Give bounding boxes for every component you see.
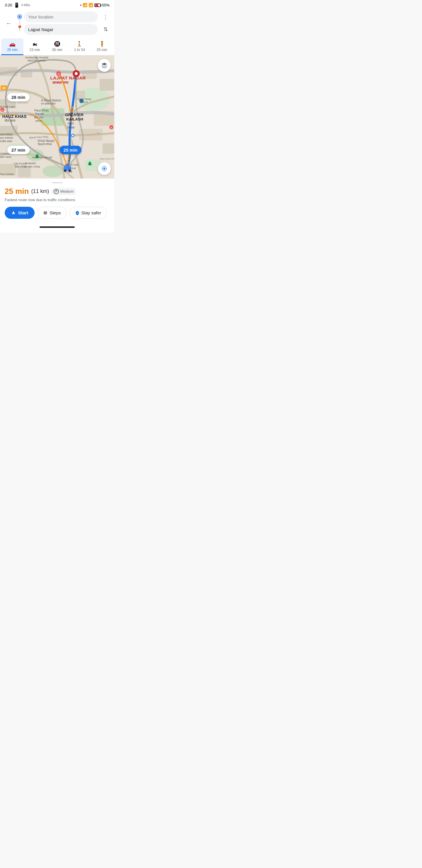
stay-safer-button[interactable]: Stay safer bbox=[69, 207, 107, 219]
navigation-icon bbox=[11, 211, 16, 215]
svg-point-24 bbox=[64, 169, 66, 172]
back-button[interactable]: ← bbox=[3, 18, 14, 28]
more-icon: ⋮ bbox=[103, 13, 108, 21]
connector-dots-icon bbox=[19, 19, 20, 24]
parking-badge: P Medium bbox=[51, 188, 76, 195]
time: 3:20 bbox=[5, 3, 12, 7]
tab-walk[interactable]: 🚶 1 hr 54 bbox=[68, 38, 91, 55]
bottom-nav bbox=[0, 223, 114, 232]
map-container[interactable]: H H H 🛒 🌲 🌲 48 Basant Kaur Marg Alaknand… bbox=[0, 55, 114, 179]
tab-rideshare[interactable]: 🧍 25 min bbox=[91, 38, 113, 55]
route-summary: 25 min (11 km) P Medium bbox=[5, 187, 109, 196]
svg-text:🌲: 🌲 bbox=[35, 154, 40, 159]
home-indicator bbox=[39, 226, 75, 228]
battery-icon bbox=[94, 3, 101, 7]
more-options-button[interactable]: ⋮ bbox=[100, 12, 111, 22]
destination-pin-icon: 📍 bbox=[17, 25, 23, 31]
route-duration: 25 min bbox=[5, 187, 29, 196]
route-badge-28min[interactable]: 28 min bbox=[7, 93, 30, 101]
stay-safer-label: Stay safer bbox=[82, 210, 101, 215]
walk-icon: 🚶 bbox=[76, 41, 83, 47]
swap-routes-button[interactable]: ⇅ bbox=[100, 24, 111, 35]
svg-rect-10 bbox=[100, 79, 114, 91]
origin-dot-icon bbox=[18, 15, 22, 19]
svg-rect-19 bbox=[18, 167, 31, 177]
tab-car[interactable]: 🚗 25 min bbox=[1, 38, 24, 55]
signal-dot-icon: ● bbox=[80, 4, 82, 6]
signal-icon: 📶 bbox=[89, 3, 93, 7]
steps-button[interactable]: Steps bbox=[37, 207, 66, 219]
start-button[interactable]: Start bbox=[5, 207, 35, 219]
transit-icon: 🚇 bbox=[54, 41, 60, 47]
svg-text:H: H bbox=[110, 126, 112, 129]
action-buttons: Start Steps Stay safer bbox=[5, 207, 109, 219]
swap-icon: ⇅ bbox=[103, 26, 108, 33]
rideshare-time: 25 min bbox=[97, 48, 107, 52]
svg-point-44 bbox=[102, 166, 107, 171]
steps-label: Steps bbox=[50, 210, 61, 215]
route-badge-25min[interactable]: 25 min bbox=[60, 146, 82, 154]
back-icon: ← bbox=[6, 20, 12, 27]
tab-transit[interactable]: 🚇 39 min bbox=[46, 38, 68, 55]
parking-level: Medium bbox=[60, 189, 73, 193]
svg-text:Alaknanda Rd: Alaknanda Rd bbox=[100, 157, 114, 160]
header: ← 📍 ⋮ ⇅ bbox=[0, 9, 114, 38]
svg-text:H: H bbox=[58, 72, 60, 75]
shield-check-icon bbox=[75, 211, 80, 215]
data-speed: 0 KB/s bbox=[22, 3, 30, 7]
svg-rect-17 bbox=[103, 144, 114, 154]
walk-time: 1 hr 54 bbox=[74, 48, 85, 52]
my-location-button[interactable] bbox=[98, 162, 111, 175]
wifi-icon: 📶 bbox=[83, 3, 87, 7]
svg-text:🛒: 🛒 bbox=[80, 100, 83, 103]
route-inputs: ← 📍 ⋮ ⇅ bbox=[3, 11, 111, 35]
battery-percent: 55% bbox=[102, 3, 109, 7]
bike-icon: 🏍 bbox=[32, 41, 37, 47]
route-distance: (11 km) bbox=[31, 188, 49, 194]
svg-text:🌲: 🌲 bbox=[87, 161, 93, 166]
svg-point-39 bbox=[72, 134, 73, 136]
input-column bbox=[24, 11, 98, 35]
car-icon: 🚗 bbox=[9, 41, 15, 47]
svg-point-25 bbox=[69, 169, 71, 172]
start-label: Start bbox=[18, 210, 28, 215]
map-svg: H H H 🛒 🌲 🌲 48 Basant Kaur Marg Alaknand… bbox=[0, 55, 114, 179]
svg-text:48: 48 bbox=[2, 87, 5, 89]
svg-text:H: H bbox=[1, 109, 3, 112]
status-bar: 3:20 📱 0 KB/s ● 📶 📶 55% bbox=[0, 0, 114, 9]
route-badge-27min[interactable]: 27 min bbox=[7, 146, 30, 154]
origin-input-wrap[interactable] bbox=[24, 11, 98, 22]
transport-tabs: 🚗 25 min 🏍 23 min 🚇 39 min 🚶 1 hr 54 🧍 2… bbox=[0, 38, 114, 55]
svg-rect-18 bbox=[0, 164, 16, 176]
layers-button[interactable] bbox=[98, 59, 111, 72]
steps-icon bbox=[43, 211, 48, 215]
svg-text:Tu: Tu bbox=[97, 132, 99, 134]
svg-point-21 bbox=[75, 72, 78, 75]
bottom-sheet: 25 min (11 km) P Medium Fastest route no… bbox=[0, 179, 114, 223]
parking-icon: P bbox=[54, 189, 59, 194]
status-right: ● 📶 📶 55% bbox=[80, 3, 109, 7]
tab-bike[interactable]: 🏍 23 min bbox=[24, 38, 46, 55]
destination-input[interactable] bbox=[28, 27, 94, 32]
route-description: Fastest route now due to traffic conditi… bbox=[5, 198, 109, 202]
car-time: 25 min bbox=[7, 48, 18, 52]
layers-icon bbox=[101, 62, 107, 69]
bike-time: 23 min bbox=[30, 48, 40, 52]
destination-input-wrap[interactable] bbox=[24, 24, 98, 35]
gps-icon bbox=[101, 165, 107, 172]
transit-time: 39 min bbox=[52, 48, 62, 52]
waypoint-connector: 📍 bbox=[17, 15, 23, 31]
status-left: 3:20 📱 0 KB/s bbox=[5, 2, 30, 8]
sheet-handle bbox=[52, 182, 62, 183]
rideshare-icon: 🧍 bbox=[99, 41, 105, 47]
origin-input[interactable] bbox=[28, 14, 94, 19]
whatsapp-icon: 📱 bbox=[14, 2, 20, 8]
